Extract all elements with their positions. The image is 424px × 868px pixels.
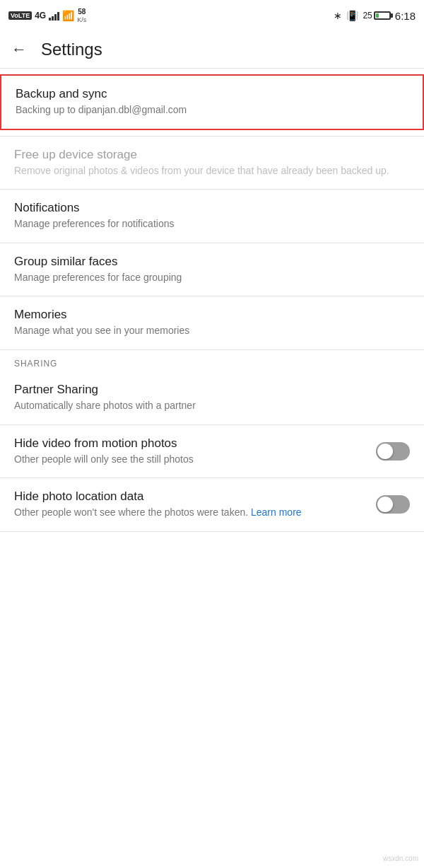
- header: ← Settings: [0, 31, 424, 68]
- hide-video-subtitle: Other people will only see the still pho…: [14, 453, 365, 467]
- memories-item[interactable]: Memories Manage what you see in your mem…: [0, 296, 424, 349]
- back-button[interactable]: ←: [11, 42, 27, 57]
- bluetooth-icon: ∗: [334, 10, 342, 21]
- divider-8: [0, 531, 424, 532]
- memories-subtitle: Manage what you see in your memories: [14, 324, 410, 338]
- memories-title: Memories: [14, 308, 410, 322]
- free-storage-title: Free up device storage: [14, 148, 410, 162]
- battery-percent: 25: [363, 11, 372, 21]
- backup-sync-item[interactable]: Backup and sync Backing up to dipanjan.d…: [0, 74, 424, 130]
- free-storage-item: Free up device storage Remove original p…: [0, 137, 424, 190]
- vibrate-icon: 📳: [346, 10, 358, 21]
- hide-location-desc: Other people won't see where the photos …: [14, 507, 248, 518]
- page-title: Settings: [41, 40, 102, 59]
- group-faces-title: Group similar faces: [14, 255, 410, 269]
- hide-video-item: Hide video from motion photos Other peop…: [0, 425, 424, 478]
- status-right: ∗ 📳 25 6:18: [334, 10, 416, 22]
- status-left: VoLTE 4G 📶 58 K/s: [8, 8, 86, 24]
- backup-sync-subtitle: Backing up to dipanjan.dbl@gmail.com: [16, 103, 408, 117]
- wifi-icon: 📶: [62, 10, 74, 21]
- backup-sync-title: Backup and sync: [16, 87, 408, 101]
- free-storage-subtitle: Remove original photos & videos from you…: [14, 164, 410, 178]
- hide-video-title: Hide video from motion photos: [14, 436, 365, 451]
- network-type: 4G: [35, 11, 46, 21]
- battery-fill: [376, 13, 379, 18]
- hide-location-toggle[interactable]: [376, 495, 410, 514]
- notifications-title: Notifications: [14, 201, 410, 215]
- notifications-item[interactable]: Notifications Manage preferences for not…: [0, 190, 424, 243]
- battery-container: 25: [363, 11, 390, 21]
- hide-location-item: Hide photo location data Other people wo…: [0, 478, 424, 531]
- hide-location-subtitle: Other people won't see where the photos …: [14, 506, 365, 520]
- status-bar: VoLTE 4G 📶 58 K/s ∗ 📳 25 6:18: [0, 0, 424, 31]
- volte-badge: VoLTE: [8, 11, 32, 20]
- sharing-section-label: SHARING: [0, 350, 424, 371]
- hide-location-text: Hide photo location data Other people wo…: [14, 490, 376, 520]
- partner-sharing-title: Partner Sharing: [14, 383, 410, 397]
- hide-location-title: Hide photo location data: [14, 490, 365, 504]
- status-time: 6:18: [395, 10, 416, 22]
- watermark: wsxdn.com: [383, 855, 418, 862]
- network-speed: 58 K/s: [77, 8, 86, 24]
- group-faces-item[interactable]: Group similar faces Manage preferences f…: [0, 243, 424, 296]
- header-divider: [0, 68, 424, 69]
- partner-sharing-subtitle: Automatically share photos with a partne…: [14, 399, 410, 413]
- partner-sharing-item[interactable]: Partner Sharing Automatically share phot…: [0, 371, 424, 424]
- notifications-subtitle: Manage preferences for notifications: [14, 217, 410, 231]
- battery-icon: [374, 11, 391, 20]
- group-faces-subtitle: Manage preferences for face grouping: [14, 271, 410, 285]
- hide-video-text: Hide video from motion photos Other peop…: [14, 436, 376, 467]
- hide-video-toggle[interactable]: [376, 442, 410, 461]
- learn-more-link[interactable]: Learn more: [251, 507, 302, 518]
- signal-bars-icon: [49, 11, 59, 21]
